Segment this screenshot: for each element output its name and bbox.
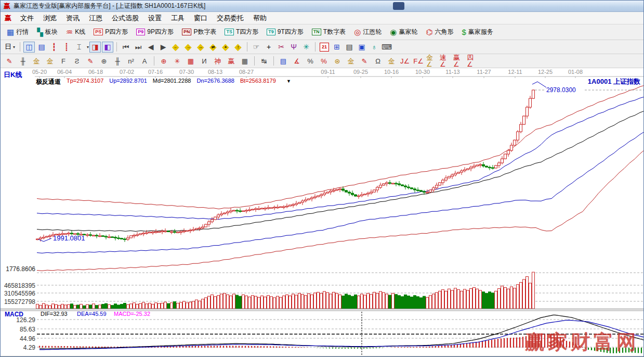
draw-tool-grid-lines-button[interactable]: ╫ <box>111 56 124 67</box>
candlestick <box>239 211 242 212</box>
toolbar-bars-3-button[interactable]: ┇ <box>48 42 60 53</box>
toolbar-winner-wheel-button[interactable]: ◉赢家轮 <box>388 27 419 37</box>
toolbar-window-layout-button[interactable]: ◫ <box>23 42 35 53</box>
menu-item-formula-stock-pick[interactable]: 公式选股 <box>107 12 143 24</box>
toolbar-hexagon-button[interactable]: ⌬六角形 <box>424 27 455 37</box>
draw-tool-s-grid-button[interactable]: Ƨ <box>71 56 83 67</box>
draw-tool-win-angle-button[interactable]: 赢∠ <box>453 56 465 67</box>
toolbar-sectors-button[interactable]: ▚板块 <box>35 27 59 37</box>
menu-item-tools[interactable]: 工具 <box>166 12 189 24</box>
expand-h-button[interactable]: ◆↔ <box>195 42 206 53</box>
toolbar-prev-page-button[interactable]: ◀ <box>145 42 156 53</box>
draw-tool-dollar-pen-button[interactable]: ✎ <box>358 56 371 67</box>
toolbar-p-number-table-button[interactable]: PNP数字表 <box>180 27 218 37</box>
toolbar-kline-button[interactable]: ♒K线 <box>64 27 87 37</box>
draw-tool-percent-button[interactable]: % <box>304 56 317 67</box>
winner-wheel-label: 赢家轮 <box>399 28 417 36</box>
toolbar-next-page-button[interactable]: ▶ <box>157 42 169 53</box>
volume-bar <box>367 294 370 309</box>
zoom-v-button[interactable]: ◆↕ <box>232 42 244 53</box>
draw-tool-angle-x-button[interactable]: ∡ <box>291 56 303 67</box>
toolbar-t-number-table-button[interactable]: TNT数字表 <box>310 27 347 37</box>
draw-tool-pen-2-button[interactable]: ✎ <box>84 56 97 67</box>
titlebar[interactable]: 赢 赢家江恩专业版[赢家内部服务平台] - [上证指数 SH1A0001-167… <box>1 1 643 12</box>
draw-tool-gold-gann-grid-2-button[interactable]: 金 <box>44 56 56 67</box>
toolbar-network-button[interactable]: ♁ <box>369 42 380 53</box>
menu-item-news[interactable]: 资讯 <box>61 12 84 24</box>
toolbar-bars-9-button[interactable]: ┋ <box>61 42 72 53</box>
draw-tool-win-grid-button[interactable]: 赢 <box>225 56 238 67</box>
toolbar-filter-tool-button[interactable]: Ψ <box>288 42 299 53</box>
toolbar-smart-tool-button[interactable]: ✳ <box>300 42 312 53</box>
menu-item-browse[interactable]: 浏览 <box>38 12 61 24</box>
menu-item-gann[interactable]: 江恩 <box>84 12 107 24</box>
draw-tool-gann-grid-button[interactable]: ╫ <box>17 56 29 67</box>
menu-item-help[interactable]: 帮助 <box>248 12 271 24</box>
toolbar-color-chart-button[interactable]: ◧ <box>102 42 113 53</box>
candlestick <box>489 167 491 168</box>
draw-tool-red-grid-button[interactable]: ▦ <box>185 56 197 67</box>
volume-bar <box>479 290 482 309</box>
toolbar-hand-drag-button[interactable]: ☞ <box>251 42 262 53</box>
toolbar-quotes-button[interactable]: ▦行情 <box>5 27 30 37</box>
zoom-all-button[interactable]: ◆+ <box>220 42 231 53</box>
draw-tool-gold-lines-button[interactable]: 金 <box>345 56 357 67</box>
candlestick <box>167 231 170 232</box>
menu-item-file[interactable]: 文件 <box>16 12 38 24</box>
toolbar-kline-style-button[interactable]: ◨ <box>89 42 101 53</box>
chart-area[interactable]: 05-2006-0406-1807-0207-1607-3008-1308-27… <box>1 68 644 357</box>
date-tick-label: 08-27 <box>239 69 254 75</box>
channel-down-line <box>37 132 644 253</box>
draw-tool-i-mark-button[interactable]: И <box>198 56 211 67</box>
toolbar-crosshair-button[interactable]: + <box>263 42 274 53</box>
toolbar-measure-button[interactable]: ✂ <box>275 42 287 53</box>
toolbar-p-square-button[interactable]: PSP四方形 <box>92 27 129 37</box>
toolbar-9p-square-button[interactable]: P99P四方形 <box>135 27 175 37</box>
indicator-dropdown-caret[interactable]: ▼ <box>286 79 291 84</box>
draw-tool-span-tool-button[interactable]: ↹ <box>258 56 270 67</box>
menu-item-trade-order[interactable]: 交易委托 <box>212 12 248 24</box>
toolbar-calendar-button[interactable]: 21 <box>319 42 330 53</box>
shift-left-button[interactable]: ◆← <box>170 42 181 53</box>
toolbar-t-square-button[interactable]: TST四方形 <box>223 27 260 37</box>
draw-tool-red-percent-button[interactable]: % <box>318 56 330 67</box>
toolbar-last-page-button[interactable]: ⏭ <box>133 42 144 53</box>
draw-tool-f-grid-button[interactable]: F <box>57 56 70 67</box>
draw-tool-speed-angle-button[interactable]: 速∠ <box>439 56 452 67</box>
draw-tool-omega-tool-button[interactable]: Ω <box>372 56 384 67</box>
compress-h-button[interactable]: ◆⇄ <box>207 42 219 53</box>
draw-tool-j-angle-button[interactable]: J∠ <box>399 56 411 67</box>
toolbar-first-page-button[interactable]: ⏮ <box>120 42 132 53</box>
draw-tool-blue-list-button[interactable]: ▤ <box>277 56 290 67</box>
volume-bar <box>476 289 479 309</box>
period-selector[interactable]: 日▾ <box>3 41 17 53</box>
toolbar-gann-wheel-button[interactable]: ◎江恩轮 <box>352 27 383 37</box>
toolbar-notepad-button[interactable]: ▤ <box>344 42 355 53</box>
toolbar-remote-pc-button[interactable]: ⌨ <box>381 42 392 53</box>
toolbar-winner-service-button[interactable]: $赢家服务 <box>461 27 495 37</box>
candlestick <box>485 166 488 167</box>
draw-tool-pen-button[interactable]: ✎ <box>3 56 16 67</box>
draw-tool-gold-angle-button[interactable]: 金∠ <box>426 56 438 67</box>
draw-tool-gold-gann-grid-button[interactable]: 金 <box>30 56 43 67</box>
draw-tool-four-angle-button[interactable]: 四∠ <box>466 56 479 67</box>
menu-item-settings[interactable]: 设置 <box>143 12 166 24</box>
toolbar-info-panel-button[interactable]: ▤ <box>36 42 47 53</box>
draw-tool-circle-star-button[interactable]: ✳ <box>171 56 183 67</box>
draw-tool-time-circle-button[interactable]: ⊕ <box>98 56 110 67</box>
draw-tool-num-grid-button[interactable]: ▦ <box>239 56 251 67</box>
shift-right-button[interactable]: ◆→ <box>182 42 194 53</box>
draw-tool-gold-circle-button[interactable]: ⊛ <box>331 56 344 67</box>
menu-item-window[interactable]: 窗口 <box>189 12 212 24</box>
draw-tool-n-square-button[interactable]: n² <box>125 56 137 67</box>
toolbar-calculator-button[interactable]: ⊞ <box>331 42 343 53</box>
draw-tool-gold-box-button[interactable]: 金 <box>385 56 398 67</box>
toolbar-save-button[interactable]: ▣ <box>356 42 367 53</box>
toolbar-9t-square-button[interactable]: T99T四方形 <box>265 27 305 37</box>
draw-tool-f-angle-button[interactable]: F∠ <box>412 56 425 67</box>
draw-tool-shen-grid-button[interactable]: 神 <box>212 56 224 67</box>
draw-tool-a-line-button[interactable]: A <box>138 56 151 67</box>
toolbar-candle-style-button[interactable]: ⌶ <box>73 42 85 53</box>
draw-tool-circle-cross-button[interactable]: ⊕ <box>157 56 170 67</box>
channel-mid-line <box>37 111 644 232</box>
